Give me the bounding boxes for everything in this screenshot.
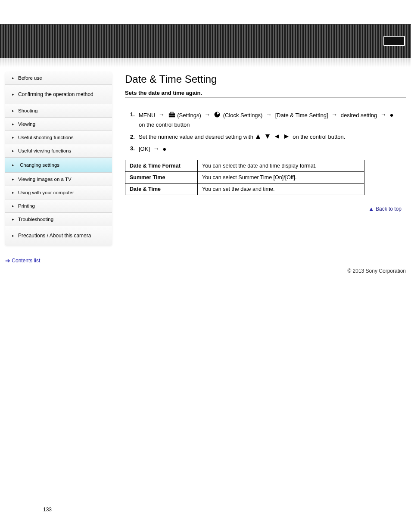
clock-icon (214, 111, 221, 118)
caret-right-icon: ▸ (12, 190, 14, 195)
page-subtitle: Sets the date and time again. (125, 90, 202, 96)
search-box[interactable] (383, 36, 405, 46)
main-content: Date & Time Setting Sets the date and ti… (112, 72, 406, 212)
settings-label: (Settings) (177, 111, 201, 120)
option-name: Date & Time (125, 184, 198, 195)
caret-right-icon: ▸ (12, 177, 14, 181)
center-button-icon: ● (390, 111, 394, 118)
option-name: Summer Time (125, 172, 198, 184)
page-title: Date & Time Setting (125, 73, 406, 85)
sidebar-item-label: Useful shooting functions (18, 135, 74, 140)
arrow-right-icon: → (204, 111, 210, 118)
caret-right-icon: ▸ (12, 149, 14, 153)
svg-marker-7 (275, 134, 279, 139)
caret-right-icon: ▸ (12, 122, 14, 126)
sidebar-item[interactable]: ▸Before use (5, 72, 112, 85)
menu-label: MENU (139, 111, 155, 120)
sidebar-item[interactable]: ▸Viewing images on a TV (5, 173, 112, 186)
steps-list: 1. MENU → (Settings) → (Clock Settings) … (125, 110, 406, 154)
sidebar-item[interactable]: ▸Viewing (5, 118, 112, 131)
caret-right-icon: ▸ (12, 163, 14, 167)
ok-label: [OK] (139, 146, 150, 152)
arrow-right-icon: ➔ (5, 257, 10, 264)
toolbox-icon (168, 111, 176, 118)
step-3: 3. [OK] → ● (130, 144, 406, 154)
date-time-setting-label: [Date & Time Setting] (275, 111, 328, 120)
table-row: Date & Time FormatYou can select the dat… (125, 160, 364, 172)
contents-list-label: Contents list (12, 258, 40, 264)
svg-marker-5 (256, 134, 260, 139)
step2-text-a: Set the numeric value and desired settin… (139, 134, 253, 140)
clock-settings-label: (Clock Settings) (223, 111, 263, 120)
page-footer: ➔ Contents list © 2013 Sony Corporation (0, 257, 411, 274)
svg-rect-3 (168, 115, 174, 115)
option-name: Date & Time Format (125, 160, 198, 172)
desired-setting-label: desired setting (341, 111, 377, 120)
sidebar-item[interactable]: ▸Useful viewing functions (5, 144, 112, 158)
center-button-icon: ● (162, 145, 166, 152)
options-table: Date & Time FormatYou can select the dat… (125, 160, 364, 195)
step-2: 2. Set the numeric value and desired set… (130, 132, 406, 141)
caret-right-icon: ▸ (12, 92, 14, 96)
back-to-top-label: Back to top (376, 206, 402, 212)
step-number: 3. (130, 144, 139, 154)
arrow-right-icon: → (159, 111, 165, 118)
caret-right-icon: ▸ (12, 135, 14, 140)
sidebar-item[interactable]: ▸Changing settings (5, 158, 112, 173)
control-button-label: on the control button (139, 120, 190, 129)
option-desc: You can select Summer Time [On]/[Off]. (198, 172, 364, 184)
sidebar-item-label: Printing (18, 203, 35, 208)
sidebar-item-label: Shooting (18, 108, 37, 113)
option-desc: You can select the date and time display… (198, 160, 364, 172)
caret-right-icon: ▸ (12, 76, 14, 80)
arrow-right-icon: → (266, 111, 272, 118)
direction-buttons-icon (255, 134, 293, 140)
sidebar-nav: ▸Before use▸Confirming the operation met… (5, 72, 112, 245)
step-1: 1. MENU → (Settings) → (Clock Settings) … (130, 110, 406, 130)
header-fade (0, 58, 411, 67)
arrow-right-icon: → (380, 111, 386, 118)
sidebar-item[interactable]: ▸Useful shooting functions (5, 131, 112, 144)
sidebar-item-label: Before use (18, 75, 42, 81)
sidebar-item[interactable]: ▸Using with your computer (5, 186, 112, 199)
sidebar-item-label: Changing settings (20, 162, 59, 168)
caret-right-icon: ▸ (12, 109, 14, 113)
arrow-right-icon: → (153, 145, 159, 152)
table-row: Summer TimeYou can select Summer Time [O… (125, 172, 364, 184)
sidebar-item[interactable]: ▸Printing (5, 199, 112, 213)
contents-list-link[interactable]: ➔ Contents list (5, 258, 40, 264)
triangle-up-icon: ▲ (368, 205, 374, 212)
sidebar-item-label: Viewing images on a TV (18, 177, 72, 182)
svg-marker-6 (265, 134, 270, 139)
svg-marker-8 (284, 134, 289, 139)
sidebar-item[interactable]: ▸Troubleshooting (5, 213, 112, 226)
step2-text-b: on the control button. (293, 134, 345, 140)
table-row: Date & TimeYou can set the date and time… (125, 184, 364, 195)
sidebar-item[interactable]: ▸Confirming the operation method (5, 85, 112, 104)
sidebar-item-label: Precautions / About this camera (18, 233, 91, 239)
footer-divider (5, 266, 406, 266)
caret-right-icon: ▸ (12, 217, 14, 221)
page-header (0, 24, 411, 58)
sidebar-item-label: Confirming the operation method (18, 91, 93, 97)
caret-right-icon: ▸ (12, 204, 14, 208)
arrow-right-icon: → (331, 111, 337, 118)
sidebar-item-label: Using with your computer (18, 190, 74, 195)
sidebar-item-label: Viewing (18, 121, 35, 127)
sidebar-item-label: Troubleshooting (18, 217, 53, 222)
svg-rect-2 (171, 112, 172, 113)
option-desc: You can set the date and time. (198, 184, 364, 195)
step-number: 2. (130, 132, 139, 141)
back-to-top-link[interactable]: ▲ Back to top (125, 205, 406, 212)
sidebar-item-label: Useful viewing functions (18, 148, 71, 153)
copyright: © 2013 Sony Corporation (5, 268, 406, 274)
caret-right-icon: ▸ (12, 233, 14, 238)
sidebar-item[interactable]: ▸Precautions / About this camera (5, 226, 112, 245)
step-number: 1. (130, 110, 139, 130)
sidebar-item[interactable]: ▸Shooting (5, 104, 112, 118)
page-number: 133 (0, 507, 411, 513)
